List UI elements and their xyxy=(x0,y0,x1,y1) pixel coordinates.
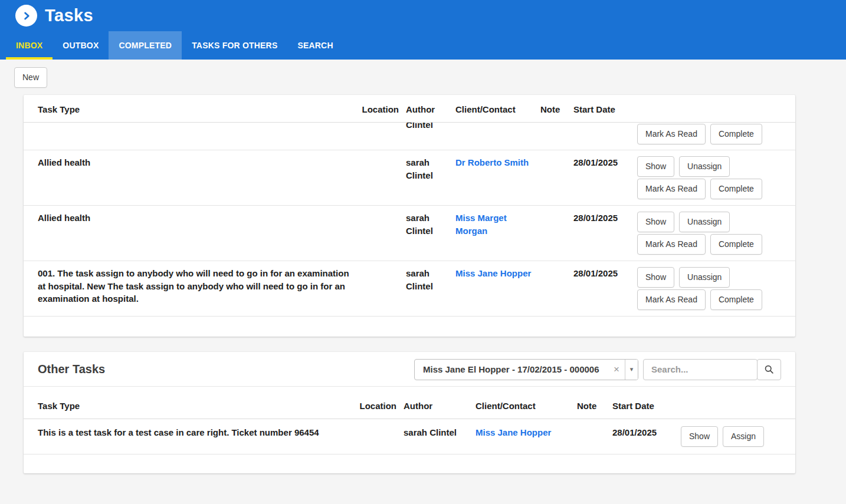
client-filter-select[interactable]: Miss Jane El Hopper - 17/02/2015 - 00000… xyxy=(414,359,638,380)
column-header-client-contact: Client/Contact xyxy=(455,103,533,116)
app-header: Tasks INBOX OUTBOX COMPLETED TASKS FOR O… xyxy=(0,0,846,60)
cell-task-type: Allied health xyxy=(38,212,354,225)
cell-start-date: 28/01/2025 xyxy=(573,212,630,225)
tab-search[interactable]: SEARCH xyxy=(287,31,343,60)
search-input[interactable] xyxy=(643,359,758,380)
client-link[interactable]: Miss Jane Hopper xyxy=(455,268,531,278)
client-link[interactable]: Miss Marget Morgan xyxy=(455,213,507,236)
show-button[interactable]: Show xyxy=(681,426,718,447)
row-actions: Show Assign xyxy=(681,426,781,447)
column-header-location: Location xyxy=(361,103,399,116)
tab-outbox[interactable]: OUTBOX xyxy=(53,31,109,60)
cell-author: Clintel xyxy=(406,123,448,136)
column-header-task-type: Task Type xyxy=(38,400,348,413)
cell-task-type: Allied health xyxy=(38,156,354,169)
cell-client-contact: Miss Marget Morgan xyxy=(455,212,533,238)
column-header-start-date: Start Date xyxy=(573,103,630,116)
search-group xyxy=(643,359,781,380)
mark-as-read-button[interactable]: Mark As Read xyxy=(637,124,706,144)
chevron-down-icon[interactable]: ▾ xyxy=(625,360,638,380)
row-actions: Show Unassign Mark As Read Complete xyxy=(637,156,781,199)
column-header-note: Note xyxy=(577,400,605,413)
show-button[interactable]: Show xyxy=(637,267,674,288)
author-name-clipped: Clintel xyxy=(406,123,448,131)
mark-as-read-button[interactable]: Mark As Read xyxy=(637,289,706,310)
page-title: Tasks xyxy=(45,6,93,25)
other-tasks-panel: Other Tasks Miss Jane El Hopper - 17/02/… xyxy=(24,352,795,473)
row-actions: Show Unassign Mark As Read Complete xyxy=(637,212,781,255)
unassign-button[interactable]: Unassign xyxy=(679,267,730,288)
complete-button[interactable]: Complete xyxy=(710,179,762,199)
client-filter-value[interactable]: Miss Jane El Hopper - 17/02/2015 - 00000… xyxy=(415,364,608,374)
column-header-author: Author xyxy=(404,400,468,413)
tab-bar: INBOX OUTBOX COMPLETED TASKS FOR OTHERS … xyxy=(0,31,846,60)
complete-button[interactable]: Complete xyxy=(710,234,762,255)
client-link[interactable]: Dr Roberto Smith xyxy=(455,157,529,167)
column-header-task-type: Task Type xyxy=(38,103,354,116)
show-button[interactable]: Show xyxy=(637,212,674,232)
task-row-partial: Clintel Mark As Read Complete xyxy=(24,123,795,150)
filter-group: Miss Jane El Hopper - 17/02/2015 - 00000… xyxy=(414,359,781,380)
cell-start-date: 28/01/2025 xyxy=(573,267,630,280)
new-task-button[interactable]: New xyxy=(14,67,47,88)
complete-button[interactable]: Complete xyxy=(710,289,762,310)
assign-button[interactable]: Assign xyxy=(723,426,764,447)
cell-client-contact: Miss Jane Hopper xyxy=(476,426,570,439)
cell-start-date: 28/01/2025 xyxy=(573,156,630,169)
inbox-table-header: Task Type Location Author Client/Contact… xyxy=(24,95,795,123)
unassign-button[interactable]: Unassign xyxy=(679,156,730,177)
other-tasks-table-header: Task Type Location Author Client/Contact… xyxy=(24,387,795,419)
clear-selection-icon[interactable]: × xyxy=(608,364,625,375)
other-tasks-toolbar: Other Tasks Miss Jane El Hopper - 17/02/… xyxy=(24,352,795,387)
column-header-client-contact: Client/Contact xyxy=(476,400,570,413)
cell-client-contact: Dr Roberto Smith xyxy=(455,156,533,169)
column-header-start-date: Start Date xyxy=(612,400,674,413)
brand-row: Tasks xyxy=(0,0,846,31)
inbox-task-list: Task Type Location Author Client/Contact… xyxy=(24,95,795,337)
main-content: New Task Type Location Author Client/Con… xyxy=(0,60,846,473)
task-row: Allied health sarah Clintel Dr Roberto S… xyxy=(24,150,795,206)
row-actions: Mark As Read Complete xyxy=(637,124,781,144)
client-link[interactable]: Miss Jane Hopper xyxy=(476,427,551,437)
row-actions: Show Unassign Mark As Read Complete xyxy=(637,267,781,310)
tab-inbox[interactable]: INBOX xyxy=(6,31,53,60)
cell-author: sarah Clintel xyxy=(406,267,448,293)
task-row: 001. The task assign to anybody who will… xyxy=(24,261,795,317)
search-icon xyxy=(764,364,774,374)
unassign-button[interactable]: Unassign xyxy=(679,212,730,232)
column-header-author: Author xyxy=(406,103,448,116)
mark-as-read-button[interactable]: Mark As Read xyxy=(637,234,706,255)
cell-client-contact: Miss Jane Hopper xyxy=(455,267,533,280)
search-button[interactable] xyxy=(757,359,781,380)
cell-start-date: 28/01/2025 xyxy=(612,426,674,439)
tab-tasks-for-others[interactable]: TASKS FOR OTHERS xyxy=(182,31,287,60)
mark-as-read-button[interactable]: Mark As Read xyxy=(637,179,706,199)
column-header-note: Note xyxy=(540,103,566,116)
task-row: This is a test task for a test case in c… xyxy=(24,419,795,454)
cell-task-type: 001. The task assign to anybody who will… xyxy=(38,267,354,305)
column-header-location: Location xyxy=(355,400,396,413)
complete-button[interactable]: Complete xyxy=(710,124,762,144)
other-tasks-title: Other Tasks xyxy=(38,363,105,376)
tab-completed[interactable]: COMPLETED xyxy=(109,31,182,60)
cell-author: sarah Clintel xyxy=(406,156,448,182)
cell-author: sarah Clintel xyxy=(406,212,448,238)
task-row: Allied health sarah Clintel Miss Marget … xyxy=(24,206,795,261)
cell-author: sarah Clintel xyxy=(404,426,468,439)
tasks-logo-icon xyxy=(15,5,37,27)
show-button[interactable]: Show xyxy=(637,156,674,177)
cell-task-type: This is a test task for a test case in c… xyxy=(38,426,348,439)
